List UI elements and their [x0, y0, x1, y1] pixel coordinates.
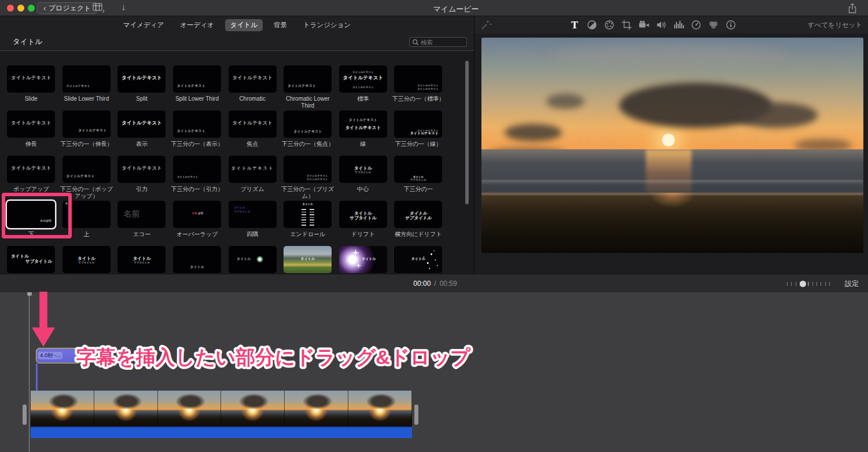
title-thumbnail-伸長[interactable]: タイトルテキスト	[7, 111, 55, 138]
title-thumbnail-Split[interactable]: タイトルテキスト	[117, 65, 165, 93]
title-template-label: 表示	[115, 141, 169, 148]
title-thumbnail-オーバーラップ[interactable]: 名前説明	[173, 201, 221, 228]
tab-マイメディア[interactable]: マイメディア	[118, 19, 170, 31]
title-thumbnail-標準[interactable]: タイトルテキストタイトルテキストタイトルテキスト	[339, 65, 387, 93]
thumbnail-text: サブタイトル	[234, 210, 251, 213]
filmstrip-frame[interactable]	[285, 391, 348, 427]
effects-button[interactable]	[707, 19, 720, 31]
title-thumbnail-下三分の一（焦点）[interactable]: タイトルテキスト	[284, 111, 332, 138]
filmstrip-frame[interactable]	[94, 391, 158, 427]
thumbnail-text: タイトルテキスト	[11, 75, 52, 81]
title-thumbnail-線[interactable]: タイトルテキストタイトルテキスト	[339, 111, 387, 138]
timeline-left-edge-handle[interactable]	[23, 405, 27, 425]
enhance-button[interactable]	[480, 19, 492, 33]
speed-button[interactable]	[690, 19, 703, 31]
title-thumbnail-下三分の一[interactable]: タイトルサブタイトル	[394, 156, 442, 183]
title-thumbnail[interactable]: タイトル	[394, 246, 442, 273]
title-thumbnail-横方向にドリフト[interactable]: タイトルサブタイトル	[394, 201, 442, 228]
noise-reduction-button[interactable]	[672, 19, 685, 31]
title-clip-connector	[36, 363, 38, 392]
title-thumbnail[interactable]: タイトル	[229, 246, 277, 273]
title-thumbnail-プリズム[interactable]: タイトルテキスト	[229, 156, 277, 183]
search-input[interactable]	[421, 39, 464, 46]
stabilization-button[interactable]	[638, 19, 650, 31]
title-thumbnail-Split Lower Third[interactable]: タイトルテキスト	[173, 65, 221, 93]
title-thumbnail-下三分の一（伸長）[interactable]: タイトルテキスト	[62, 111, 111, 138]
title-thumbnail-下三分の一（プリズム）[interactable]: タイトルテキストタイトルテキスト	[284, 156, 332, 183]
thumbnail-text: タイトル	[362, 256, 376, 260]
title-thumbnail-Chromatic[interactable]: タイトルテキスト	[229, 65, 277, 93]
color-palette-button[interactable]	[603, 19, 616, 31]
title-thumbnail-四隅[interactable]: タイトルサブタイトル	[229, 201, 277, 228]
title-thumbnail-焦点[interactable]: タイトルテキスト	[229, 111, 277, 138]
media-browser-button[interactable]: ♪	[93, 2, 108, 16]
title-thumbnail-Chromatic Lower Third[interactable]: タイトルテキスト	[284, 65, 332, 93]
crop-button[interactable]	[620, 19, 633, 31]
title-thumbnail-ポップアップ[interactable]: タイトルテキスト	[7, 156, 55, 183]
title-thumbnail-Slide[interactable]: タイトルテキスト	[7, 65, 55, 93]
timeline-zoom-slider[interactable]	[787, 280, 830, 288]
title-thumbnail[interactable]: タイトルサブタイトル	[62, 246, 111, 273]
close-window-button[interactable]	[7, 5, 14, 12]
back-to-projects-button[interactable]: ‹ プロジェクト	[37, 2, 97, 14]
clip-info-button[interactable]	[724, 19, 737, 31]
title-thumbnail-引力[interactable]: タイトルテキスト	[117, 156, 165, 183]
minimize-window-button[interactable]	[17, 5, 24, 12]
title-thumbnail[interactable]: タイトルサブタイトル	[117, 246, 165, 273]
title-thumbnail-Slide Lower Third[interactable]: タイトルテキスト	[62, 65, 111, 93]
title-thumbnail-表示[interactable]: タイトルテキスト	[117, 111, 165, 138]
title-thumbnail-下三分の一（引力）[interactable]: タイトルテキスト	[173, 156, 221, 183]
title-thumbnail-下三分の一（表示）[interactable]: タイトルテキスト	[173, 111, 221, 138]
filmstrip-frame[interactable]	[31, 391, 94, 427]
thumbnail-text: 名前	[192, 212, 197, 215]
title-template-label: 横方向にドリフト	[391, 231, 446, 238]
title-thumbnail-下三分の一（線）[interactable]: タイトルテキストタイトルテキスト	[394, 111, 442, 138]
reset-all-button[interactable]: すべてをリセット	[808, 21, 862, 30]
color-correction-button[interactable]	[586, 19, 598, 31]
import-media-button[interactable]: ↓	[122, 2, 126, 12]
audio-waveform-bar[interactable]	[31, 427, 412, 438]
video-camera-icon	[638, 19, 650, 31]
thumbnail-text: タイトル	[237, 256, 251, 260]
slider-thumb[interactable]	[800, 281, 806, 287]
thumbnail-text: タイトル	[190, 265, 204, 269]
title-thumbnail[interactable]: タイトルサブタイトル	[7, 246, 55, 273]
search-box[interactable]	[409, 37, 467, 47]
thumbnail-text: タイトルテキスト	[288, 84, 316, 88]
share-button[interactable]	[847, 2, 858, 16]
tab-オーディオ[interactable]: オーディオ	[175, 19, 219, 31]
title-thumbnail[interactable]: タイトル	[173, 246, 221, 273]
thumbnail-text: タイトルテキスト	[11, 120, 52, 126]
title-thumbnail-下三分の一（ポップアップ）[interactable]: タイトルテキスト	[62, 156, 111, 183]
title-template-cell: タイトルテキスト焦点	[225, 111, 280, 156]
vertical-scrollbar[interactable]	[465, 61, 469, 204]
zoom-window-button[interactable]	[28, 5, 35, 12]
title-thumbnail[interactable]: タイトル	[339, 246, 387, 273]
title-template-cell: タイトル	[280, 246, 336, 274]
title-thumbnail-エンドロール[interactable]: タイトル	[284, 201, 332, 228]
timeline-settings-button[interactable]: 設定	[845, 279, 859, 289]
volume-button[interactable]	[655, 19, 668, 31]
title-thumbnail-エコー[interactable]: 名前	[117, 201, 165, 228]
title-thumbnail-下三分の一（標準）[interactable]: タイトルテキストタイトルテキスト	[394, 65, 442, 93]
tab-トランジション[interactable]: トランジション	[298, 19, 356, 31]
title-template-label: Chromatic Lower Third	[281, 95, 335, 109]
tab-背景[interactable]: 背景	[269, 19, 292, 31]
title-thumbnail[interactable]: タイトル	[284, 246, 332, 273]
video-clip-filmstrip[interactable]	[31, 391, 412, 427]
title-template-label: 中心	[336, 186, 390, 193]
title-settings-button[interactable]: T	[568, 19, 581, 31]
title-template-label: Split	[115, 95, 169, 102]
time-display: 00:00 / 00:59	[413, 280, 457, 288]
filmstrip-frame[interactable]	[221, 391, 285, 427]
playhead-line[interactable]	[29, 292, 30, 452]
tab-タイトル[interactable]: タイトル	[225, 19, 263, 31]
chevron-left-icon: ‹	[43, 4, 46, 12]
filmstrip-frame[interactable]	[158, 391, 222, 427]
filmstrip-frame[interactable]	[348, 391, 412, 427]
title-thumbnail-中心[interactable]: タイトルサブタイトル	[339, 156, 387, 183]
timeline-right-edge-handle[interactable]	[414, 405, 418, 425]
title-thumbnail-ドリフト[interactable]: タイトルサブタイトル	[339, 201, 387, 228]
title-template-cell: タイトルテキスト下三分の一（表示）	[170, 111, 225, 156]
annotation-highlight-box	[2, 193, 72, 238]
